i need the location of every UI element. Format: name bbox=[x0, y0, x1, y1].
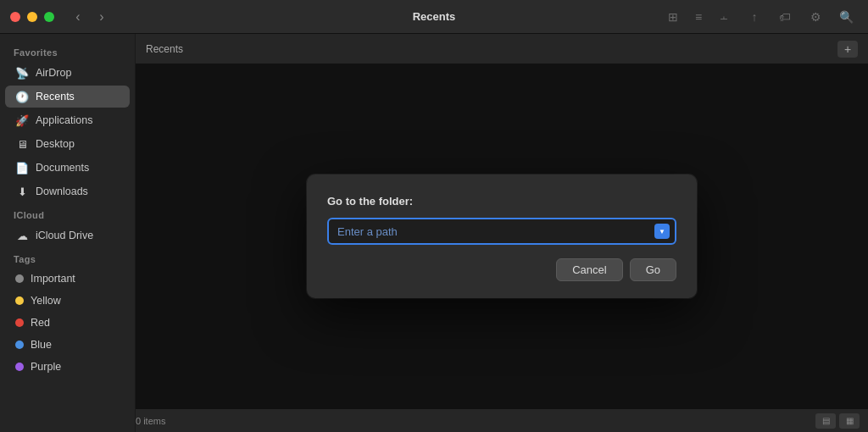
tag-red-dot bbox=[15, 318, 24, 327]
sidebar-item-label: Purple bbox=[31, 361, 61, 373]
traffic-lights bbox=[10, 12, 54, 22]
content-area: Recents + Go to the folder: Cancel Go bbox=[136, 34, 868, 432]
sidebar-item-tag-important[interactable]: Important bbox=[5, 269, 130, 289]
close-button[interactable] bbox=[10, 12, 20, 22]
tag-purple-dot bbox=[15, 363, 24, 371]
sidebar-item-downloads[interactable]: ⬇ Downloads bbox=[5, 180, 130, 202]
view-small-button[interactable]: ▤ bbox=[815, 413, 836, 429]
column-view-icon[interactable]: ⫠ bbox=[712, 8, 736, 26]
content-body: Go to the folder: Cancel Go bbox=[136, 64, 868, 408]
status-bar-right: ▤ ▦ bbox=[815, 413, 868, 429]
sidebar-item-label: Yellow bbox=[31, 295, 61, 307]
sidebar-item-label: iCloud Drive bbox=[36, 230, 93, 241]
forward-button[interactable]: › bbox=[92, 8, 112, 26]
sidebar-item-label: AirDrop bbox=[36, 67, 71, 79]
add-button[interactable]: + bbox=[837, 41, 858, 58]
sidebar-item-tag-yellow[interactable]: Yellow bbox=[5, 291, 130, 311]
desktop-icon: 🖥 bbox=[15, 137, 29, 151]
modal-buttons: Cancel Go bbox=[327, 258, 676, 281]
tags-label: Tags bbox=[0, 247, 135, 268]
modal-overlay: Go to the folder: Cancel Go bbox=[136, 64, 868, 408]
content-header-title: Recents bbox=[146, 43, 183, 55]
favorites-label: Favorites bbox=[0, 41, 135, 61]
airdrop-icon: 📡 bbox=[15, 66, 29, 80]
main-layout: Favorites 📡 AirDrop 🕐 Recents 🚀 Applicat… bbox=[0, 34, 868, 432]
grid-view-icon[interactable]: ⊞ bbox=[661, 8, 685, 26]
icloud-drive-icon: ☁ bbox=[15, 229, 29, 242]
path-input-wrapper bbox=[327, 218, 676, 245]
sidebar-item-label: Red bbox=[31, 317, 50, 329]
sidebar-item-label: Important bbox=[31, 273, 75, 285]
sidebar-item-tag-purple[interactable]: Purple bbox=[5, 357, 130, 377]
icloud-label: iCloud bbox=[0, 203, 135, 224]
sidebar-item-label: Downloads bbox=[36, 186, 88, 197]
sidebar-item-label: Desktop bbox=[36, 138, 75, 150]
sidebar-item-tag-blue[interactable]: Blue bbox=[5, 335, 130, 355]
sidebar-item-label: Documents bbox=[36, 162, 89, 174]
tag-important-dot bbox=[15, 274, 24, 283]
minimize-button[interactable] bbox=[27, 12, 37, 22]
sidebar-item-desktop[interactable]: 🖥 Desktop bbox=[5, 133, 130, 155]
tag-icon[interactable]: 🏷 bbox=[773, 8, 797, 26]
status-bar: 0 items ▤ ▦ bbox=[136, 408, 868, 432]
sidebar-item-label: Recents bbox=[36, 91, 75, 102]
sidebar-item-tag-red[interactable]: Red bbox=[5, 313, 130, 333]
view-large-button[interactable]: ▦ bbox=[839, 413, 860, 429]
documents-icon: 📄 bbox=[15, 161, 29, 174]
action-icon[interactable]: ⚙ bbox=[804, 8, 827, 26]
path-input[interactable] bbox=[327, 218, 676, 245]
recents-icon: 🕐 bbox=[15, 90, 29, 103]
downloads-icon: ⬇ bbox=[15, 185, 29, 198]
back-button[interactable]: ‹ bbox=[68, 8, 88, 26]
modal-title: Go to the folder: bbox=[327, 195, 676, 208]
titlebar-nav: ‹ › bbox=[68, 8, 112, 26]
sidebar-item-airdrop[interactable]: 📡 AirDrop bbox=[5, 62, 130, 84]
view-controls: ⊞ ≡ ⫠ bbox=[661, 8, 736, 26]
titlebar: ‹ › Recents ⊞ ≡ ⫠ ↑ 🏷 ⚙ 🔍 bbox=[0, 0, 868, 34]
tag-blue-dot bbox=[15, 341, 24, 349]
toolbar: ⊞ ≡ ⫠ ↑ 🏷 ⚙ 🔍 bbox=[661, 8, 858, 26]
share-icon[interactable]: ↑ bbox=[743, 8, 766, 26]
sidebar: Favorites 📡 AirDrop 🕐 Recents 🚀 Applicat… bbox=[0, 34, 136, 432]
items-count: 0 items bbox=[136, 416, 165, 426]
content-header: Recents + bbox=[136, 34, 868, 64]
applications-icon: 🚀 bbox=[15, 114, 29, 127]
go-button[interactable]: Go bbox=[630, 258, 676, 281]
search-icon[interactable]: 🔍 bbox=[834, 8, 858, 26]
sidebar-item-label: Applications bbox=[36, 114, 92, 126]
path-dropdown-button[interactable] bbox=[654, 224, 670, 239]
list-view-icon[interactable]: ≡ bbox=[687, 8, 710, 26]
sidebar-item-documents[interactable]: 📄 Documents bbox=[5, 157, 130, 179]
sidebar-item-recents[interactable]: 🕐 Recents bbox=[5, 86, 130, 108]
maximize-button[interactable] bbox=[44, 12, 54, 22]
window-title: Recents bbox=[413, 10, 456, 23]
tag-yellow-dot bbox=[15, 296, 24, 305]
sidebar-item-applications[interactable]: 🚀 Applications bbox=[5, 109, 130, 131]
sidebar-item-icloud-drive[interactable]: ☁ iCloud Drive bbox=[5, 224, 130, 246]
sidebar-item-label: Blue bbox=[31, 339, 52, 351]
goto-folder-dialog: Go to the folder: Cancel Go bbox=[307, 174, 697, 298]
cancel-button[interactable]: Cancel bbox=[556, 258, 622, 281]
